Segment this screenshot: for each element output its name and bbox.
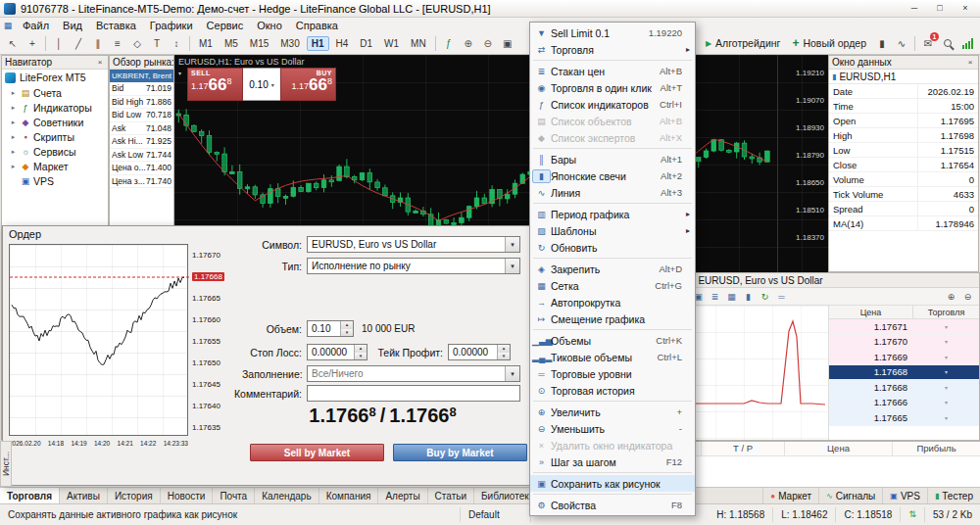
toolbar-button[interactable]: ╱: [69, 34, 88, 53]
window-control-button[interactable]: ─: [902, 1, 927, 16]
toolbar-button[interactable]: ≣: [707, 289, 723, 304]
market-watch-symbol-row[interactable]: UKBRENT, Brent Crude: [110, 70, 173, 82]
spin-up-icon[interactable]: ▴: [355, 345, 367, 353]
price-ladder-row[interactable]: 1.17666 ▾: [829, 396, 979, 411]
toolbox-tab[interactable]: История: [108, 488, 161, 503]
symbol-select[interactable]: EURUSD, Euro vs US Dollar ▾: [307, 236, 520, 253]
column-header[interactable]: Цена: [829, 306, 913, 318]
quick-buy-button[interactable]: BUY 1.17668: [280, 68, 336, 101]
toolbar-button[interactable]: +: [23, 34, 42, 53]
market-watch-row[interactable]: Ask 71.048: [110, 122, 173, 136]
navigator-item[interactable]: ▸ ☼ Сервисы: [2, 144, 108, 159]
toolbar-button[interactable]: ↻: [757, 289, 773, 304]
context-menu-item[interactable]: ▥ Период графика: [530, 206, 695, 222]
column-header[interactable]: Цена: [784, 442, 892, 455]
sell-by-market-button[interactable]: Sell by Market: [250, 444, 384, 461]
corner-tab[interactable]: ● Маркет: [762, 488, 818, 503]
context-menu-item[interactable]: ◉ Торговля в один клик Alt+T: [530, 79, 695, 96]
quick-sell-button[interactable]: SELL 1.17668: [187, 68, 243, 101]
toolbox-tab[interactable]: Компания: [319, 488, 379, 503]
toolbar-button[interactable]: ▮: [872, 34, 892, 53]
context-menu-item[interactable]: × Удалить окно индикатора: [530, 437, 695, 453]
context-menu-item[interactable]: ƒ Список индикаторов Ctrl+I: [530, 96, 695, 113]
toolbar-button[interactable]: ≡: [108, 34, 127, 53]
toolbar-button[interactable]: ↕: [167, 34, 186, 53]
context-menu-item[interactable]: ▣ Сохранить как рисунок: [530, 475, 695, 492]
timeframe-button[interactable]: H1: [307, 36, 329, 51]
toolbox-tab[interactable]: Торговля: [0, 488, 60, 503]
chevron-down-icon[interactable]: ▾: [913, 414, 979, 421]
chevron-down-icon[interactable]: ▾: [913, 399, 979, 406]
timeframe-button[interactable]: M15: [245, 36, 273, 51]
spin-up-icon[interactable]: ▴: [498, 345, 510, 353]
title-bar[interactable]: 91076778 - LiteFinance-MT5-Demo: Демо-сч…: [0, 0, 980, 18]
market-watch-row[interactable]: Ask Hi... 71.925: [110, 135, 173, 149]
market-watch-row[interactable]: Bid Low 70.718: [110, 109, 173, 122]
context-menu-item[interactable]: ⊙ Торговая история: [530, 382, 695, 399]
spin-down-icon[interactable]: ▾: [498, 353, 510, 360]
context-menu-item[interactable]: ≣ Стакан цен Alt+B: [530, 63, 695, 79]
toolbar-button[interactable]: ▮: [740, 289, 757, 304]
quick-volume-input[interactable]: 0.10 ▾: [243, 68, 280, 101]
profile-selector[interactable]: Default: [461, 507, 531, 522]
price-ladder-row[interactable]: 1.17668 ▾: [829, 380, 979, 396]
order-type-select[interactable]: Исполнение по рынку ▾: [307, 258, 520, 274]
context-menu-item[interactable]: ▂▄▂ Тиковые объемы Ctrl+L: [530, 349, 695, 365]
context-menu-item[interactable]: ↦ Смещение графика: [530, 310, 695, 327]
market-watch-row[interactable]: Bid 71.019: [110, 82, 173, 96]
navigator-item[interactable]: ▸ ▤ Счета: [2, 85, 108, 100]
navigator-item[interactable]: ▸ ƒ Индикаторы: [2, 100, 108, 115]
price-ladder-row[interactable]: 1.17665 ▾: [829, 410, 979, 426]
toolbar-button[interactable]: ↖: [3, 34, 23, 53]
toolbar-button[interactable]: ⊕: [943, 289, 959, 304]
toolbox-tab[interactable]: Календарь: [255, 488, 318, 503]
stop-loss-stepper[interactable]: 0.00000 ▴▾: [307, 344, 368, 360]
timeframe-button[interactable]: MN: [406, 36, 431, 51]
toolbar-button[interactable]: ∥: [88, 34, 108, 53]
context-menu-item[interactable]: ▦ Сетка Ctrl+G: [530, 277, 695, 294]
timeframe-button[interactable]: M5: [220, 36, 243, 51]
toolbar-button[interactable]: ⊖: [478, 34, 498, 53]
context-menu-item[interactable]: → Автопрокрутка: [530, 294, 695, 310]
chevron-down-icon[interactable]: ▾: [913, 354, 979, 360]
market-watch-row[interactable]: Ask Low 71.744: [110, 149, 173, 163]
context-menu-item[interactable]: ⊕ Увеличить +: [530, 404, 695, 420]
navigator-item[interactable]: ▸ ▪ Скрипты: [2, 129, 108, 144]
context-menu-item[interactable]: » Шаг за шагом F12: [530, 453, 695, 470]
spin-down-icon[interactable]: ▾: [341, 329, 353, 337]
context-menu-item[interactable]: ▨ Шаблоны: [530, 222, 695, 239]
close-icon[interactable]: ×: [965, 58, 975, 67]
toolbox-tab[interactable]: Алерты: [378, 488, 427, 503]
menu-item[interactable]: Вид: [56, 18, 89, 32]
close-icon[interactable]: ×: [95, 58, 105, 67]
toolbar-button[interactable]: [911, 34, 918, 53]
fill-policy-select[interactable]: Все/Ничего ▾: [307, 365, 520, 382]
context-menu-item[interactable]: ∿ Линия Alt+3: [530, 184, 695, 201]
toolbar-button[interactable]: ⊕: [459, 34, 478, 53]
corner-tab[interactable]: ▣ VPS: [882, 488, 927, 503]
context-menu-item[interactable]: ⚙ Свойства F8: [530, 497, 695, 513]
spin-up-icon[interactable]: ▴: [341, 321, 353, 329]
toolbar-button[interactable]: ═: [773, 289, 790, 304]
market-watch-row[interactable]: Bid High 71.886: [110, 96, 173, 110]
toolbar-button[interactable]: ƒ: [439, 34, 459, 53]
column-header[interactable]: Торговля: [913, 306, 979, 318]
toolbar-button[interactable]: ∿: [892, 34, 911, 53]
menu-item[interactable]: Сервис: [200, 18, 251, 32]
chevron-down-icon[interactable]: ▾: [913, 368, 979, 375]
window-control-button[interactable]: ×: [953, 1, 978, 16]
context-menu-item[interactable]: ▤ Список объектов Alt+B: [530, 113, 695, 129]
chevron-down-icon[interactable]: ▾: [913, 384, 979, 391]
toolbar-button[interactable]: [432, 34, 439, 53]
data-window-header[interactable]: Окно данных ×: [829, 56, 978, 70]
context-menu-item[interactable]: ▼ Sell Limit 0.1 1.19220: [530, 24, 695, 41]
connection-status[interactable]: [957, 34, 977, 53]
toolbox-tab[interactable]: Новости: [161, 488, 214, 503]
volume-stepper[interactable]: 0.10 ▴▾: [307, 320, 354, 337]
price-ladder-row[interactable]: 1.17669 ▾: [829, 350, 979, 365]
take-profit-stepper[interactable]: 0.00000 ▴▾: [448, 344, 511, 360]
comment-input[interactable]: [307, 385, 520, 402]
timeframe-button[interactable]: M30: [275, 36, 304, 51]
corner-tab[interactable]: ▮ Тестер: [927, 488, 980, 503]
context-menu-item[interactable]: ◈ Закрепить Alt+D: [530, 261, 695, 277]
